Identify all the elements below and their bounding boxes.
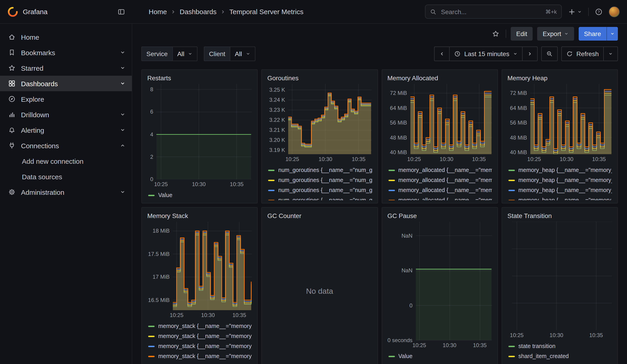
add-button[interactable] <box>566 6 584 17</box>
legend-item[interactable]: memory_allocated {__name__="memo <box>388 185 492 195</box>
share-menu-button[interactable] <box>607 27 618 41</box>
legend-item[interactable]: memory_allocated {__name__="memo <box>388 195 492 200</box>
panel-restarts: Restarts0246810:2510:3010:35Value <box>141 69 258 204</box>
chart-plot[interactable] <box>288 84 372 154</box>
search-box[interactable]: ⌘+k <box>425 4 562 19</box>
chart-plot[interactable] <box>512 222 612 330</box>
legend-series-label: memory_heap {__name__="memory_h <box>519 187 612 193</box>
legend-item[interactable]: memory_stack {__name__="memory_s <box>148 351 252 361</box>
sidebar-item-administration[interactable]: Administration <box>0 184 132 200</box>
refresh-button[interactable]: Refresh <box>561 47 603 61</box>
legend-item[interactable]: memory_heap {__name__="memory_h <box>508 165 612 175</box>
legend-item[interactable]: Value <box>388 351 492 361</box>
sidebar-item-starred[interactable]: Starred <box>0 60 132 76</box>
legend-series-marker <box>268 190 275 191</box>
panel-state-transition: State Transition10:2510:3010:35state tra… <box>502 207 618 364</box>
legend-item[interactable]: memory_heap {__name__="memory_h <box>508 195 612 200</box>
chart-plot[interactable] <box>530 84 612 154</box>
legend-series-label: Value <box>398 353 413 360</box>
panel-title[interactable]: Memory Allocated <box>387 72 492 84</box>
panel-title[interactable]: GC Counter <box>267 210 372 222</box>
service-filter-value[interactable]: All <box>172 47 198 61</box>
x-tick-label: 10:25 <box>527 156 541 162</box>
zoom-out-button[interactable] <box>541 47 558 61</box>
panel-body: 3.19 K3.20 K3.21 K3.22 K3.23 K3.24 K3.25… <box>267 84 372 200</box>
edit-button[interactable]: Edit <box>511 27 533 41</box>
sidebar-toggle-button[interactable] <box>116 6 127 17</box>
export-label: Export <box>543 30 561 37</box>
favorite-button[interactable] <box>490 28 501 39</box>
legend-item[interactable]: memory_allocated {__name__="memo <box>388 165 492 175</box>
chevron-down-icon <box>564 31 568 36</box>
compass-icon <box>8 95 15 103</box>
time-back-button[interactable] <box>434 47 449 61</box>
sidebar: HomeBookmarksStarredDashboardsExploreDri… <box>0 24 132 364</box>
chart-plot[interactable] <box>410 84 492 154</box>
y-tick-label: 3.21 K <box>269 127 285 133</box>
legend-series-label: shard_item_created <box>519 353 569 360</box>
refresh-interval-button[interactable] <box>603 47 618 61</box>
client-filter-value[interactable]: All <box>230 47 255 61</box>
chart-plot[interactable] <box>416 222 492 340</box>
y-tick-label: 3.22 K <box>269 117 285 123</box>
time-range-button[interactable]: Last 15 minutes <box>449 47 522 61</box>
sidebar-item-bookmarks[interactable]: Bookmarks <box>0 45 132 60</box>
y-tick-label: 0 <box>150 176 153 182</box>
legend-series-label: num_goroutines {__name__="num_go <box>278 167 372 173</box>
legend-item[interactable]: memory_heap {__name__="memory_h <box>508 185 612 195</box>
x-tick-label: 10:35 <box>472 156 486 162</box>
panel-title[interactable]: Memory Heap <box>508 72 612 84</box>
panel-body: 40 MiB48 MiB56 MiB64 MiB72 MiB10:2510:30… <box>387 84 492 200</box>
x-axis: 10:2510:3010:35 <box>512 332 612 339</box>
legend-item[interactable]: memory_stack {__name__="memory_s <box>148 321 252 331</box>
time-forward-button[interactable] <box>522 47 538 61</box>
legend-item[interactable]: num_goroutines {__name__="num_go <box>268 165 372 175</box>
chevron-down-icon <box>120 65 125 71</box>
breadcrumb-home[interactable]: Home <box>149 8 167 15</box>
legend-series-marker <box>148 346 155 347</box>
y-tick-label: 72 MiB <box>510 90 527 97</box>
legend-item[interactable]: memory_stack {__name__="memory_s <box>148 331 252 341</box>
chart-plot[interactable] <box>157 84 252 179</box>
legend-series-label: num_goroutines {__name__="num_go <box>278 177 372 183</box>
legend-series-marker <box>268 169 275 171</box>
legend-item[interactable]: memory_heap {__name__="memory_h <box>508 175 612 185</box>
legend-series-label: memory_allocated {__name__="memo <box>398 197 492 200</box>
breadcrumb-dashboards[interactable]: Dashboards <box>180 8 217 15</box>
legend-item[interactable]: num_goroutines {__name__="num_go <box>268 175 372 185</box>
sidebar-item-data-sources[interactable]: Data sources <box>0 169 132 184</box>
x-tick-label: 10:35 <box>473 342 487 349</box>
sidebar-item-explore[interactable]: Explore <box>0 91 132 107</box>
user-avatar[interactable] <box>609 6 620 17</box>
help-button[interactable]: ? <box>593 6 604 17</box>
chevron-down-icon <box>610 31 615 36</box>
sidebar-item-add-new-connection[interactable]: Add new connection <box>0 153 132 169</box>
sidebar-item-home[interactable]: Home <box>0 29 132 45</box>
panel-title[interactable]: State Transition <box>508 210 612 222</box>
chevron-down-icon <box>577 9 582 14</box>
y-tick-label: 0 <box>410 302 413 309</box>
share-button[interactable]: Share <box>578 27 607 41</box>
sidebar-item-dashboards[interactable]: Dashboards <box>0 76 132 91</box>
y-tick-label: 3.25 K <box>269 87 285 93</box>
chart-plot[interactable] <box>173 222 252 310</box>
search-input[interactable] <box>440 7 542 16</box>
export-button[interactable]: Export <box>537 27 574 41</box>
legend-item[interactable]: memory_stack {__name__="memory_s <box>148 341 252 351</box>
panel-title[interactable]: Memory Stack <box>147 210 252 222</box>
panel-title[interactable]: GC Pause <box>387 210 492 222</box>
legend-item[interactable]: shard_item_created <box>508 351 612 361</box>
sidebar-item-drilldown[interactable]: Drilldown <box>0 107 132 122</box>
grafana-logo-icon[interactable] <box>7 6 18 17</box>
legend-item[interactable]: num_goroutines {__name__="num_go <box>268 185 372 195</box>
sidebar-item-alerting[interactable]: Alerting <box>0 122 132 138</box>
legend-item[interactable]: num_goroutines {__name__="num_go <box>268 195 372 200</box>
legend-item[interactable]: memory_allocated {__name__="memo <box>388 175 492 185</box>
chart-area: 0246810:2510:3010:35 <box>147 84 252 188</box>
panel-title[interactable]: Goroutines <box>267 72 372 84</box>
legend-item[interactable]: Value <box>148 190 252 200</box>
y-tick-label: 2 <box>150 154 153 160</box>
panel-title[interactable]: Restarts <box>147 72 252 84</box>
sidebar-item-connections[interactable]: Connections <box>0 138 132 153</box>
legend-item[interactable]: state transition <box>508 341 612 351</box>
